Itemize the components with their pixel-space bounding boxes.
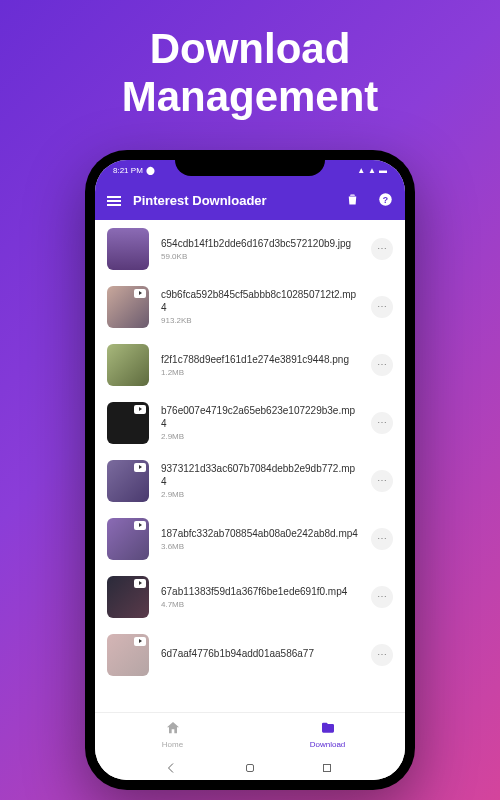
file-info: b76e007e4719c2a65eb623e107229b3e.mp42.9M… (161, 404, 359, 441)
file-size: 3.6MB (161, 542, 359, 551)
file-thumbnail (107, 576, 149, 618)
more-icon: ⋯ (377, 243, 387, 254)
file-item[interactable]: 9373121d33ac607b7084debb2e9db772.mp42.9M… (95, 452, 405, 510)
android-home[interactable] (243, 761, 257, 775)
file-item[interactable]: 6d7aaf4776b1b94add01aa586a77⋯ (95, 626, 405, 684)
more-icon: ⋯ (377, 649, 387, 660)
folder-icon (320, 720, 336, 739)
file-thumbnail (107, 286, 149, 328)
android-back[interactable] (166, 761, 180, 775)
file-size: 2.9MB (161, 432, 359, 441)
more-button[interactable]: ⋯ (371, 412, 393, 434)
file-thumbnail (107, 228, 149, 270)
more-icon: ⋯ (377, 475, 387, 486)
video-icon (134, 463, 146, 472)
file-info: 654cdb14f1b2dde6d167d3bc572120b9.jpg59.0… (161, 237, 359, 261)
signal-icon: ▲ (368, 166, 376, 175)
more-icon: ⋯ (377, 591, 387, 602)
hamburger-icon (107, 196, 121, 206)
help-button[interactable]: ? (378, 192, 393, 210)
phone-notch (175, 150, 325, 176)
file-name: 187abfc332ab708854ab08a0e242ab8d.mp4 (161, 527, 359, 540)
file-info: 6d7aaf4776b1b94add01aa586a77 (161, 647, 359, 662)
phone-screen: 8:21 PM ⬤ ▲ ▲ ▬ Pinterest Downloader ? 6… (95, 160, 405, 780)
file-name: c9b6fca592b845cf5abbb8c102850712t2.mp4 (161, 288, 359, 314)
phone-frame: 8:21 PM ⬤ ▲ ▲ ▬ Pinterest Downloader ? 6… (85, 150, 415, 790)
more-button[interactable]: ⋯ (371, 354, 393, 376)
file-name: 6d7aaf4776b1b94add01aa586a77 (161, 647, 359, 660)
android-recent[interactable] (320, 761, 334, 775)
file-item[interactable]: 187abfc332ab708854ab08a0e242ab8d.mp43.6M… (95, 510, 405, 568)
help-icon: ? (378, 192, 393, 207)
svg-text:?: ? (383, 194, 388, 204)
more-icon: ⋯ (377, 417, 387, 428)
file-thumbnail (107, 344, 149, 386)
nav-download[interactable]: Download (250, 713, 405, 756)
file-info: 67ab11383f59d1a367f6be1ede691f0.mp44.7MB (161, 585, 359, 609)
file-list[interactable]: 654cdb14f1b2dde6d167d3bc572120b9.jpg59.0… (95, 220, 405, 712)
file-name: f2f1c788d9eef161d1e274e3891c9448.png (161, 353, 359, 366)
svg-rect-3 (323, 764, 330, 771)
file-name: b76e007e4719c2a65eb623e107229b3e.mp4 (161, 404, 359, 430)
file-size: 2.9MB (161, 490, 359, 499)
file-thumbnail (107, 634, 149, 676)
more-button[interactable]: ⋯ (371, 644, 393, 666)
app-title: Pinterest Downloader (133, 193, 327, 208)
file-info: 187abfc332ab708854ab08a0e242ab8d.mp43.6M… (161, 527, 359, 551)
more-icon: ⋯ (377, 533, 387, 544)
more-icon: ⋯ (377, 359, 387, 370)
file-name: 67ab11383f59d1a367f6be1ede691f0.mp4 (161, 585, 359, 598)
android-nav (95, 756, 405, 780)
file-size: 913.2KB (161, 316, 359, 325)
video-icon (134, 289, 146, 298)
file-item[interactable]: f2f1c788d9eef161d1e274e3891c9448.png1.2M… (95, 336, 405, 394)
file-info: 9373121d33ac607b7084debb2e9db772.mp42.9M… (161, 462, 359, 499)
menu-button[interactable] (107, 196, 121, 206)
more-icon: ⋯ (377, 301, 387, 312)
file-name: 9373121d33ac607b7084debb2e9db772.mp4 (161, 462, 359, 488)
file-size: 1.2MB (161, 368, 359, 377)
promo-title: DownloadManagement (122, 25, 379, 122)
more-button[interactable]: ⋯ (371, 238, 393, 260)
file-size: 4.7MB (161, 600, 359, 609)
notification-icon: ⬤ (146, 166, 155, 175)
trash-icon (345, 192, 360, 207)
video-icon (134, 579, 146, 588)
file-thumbnail (107, 460, 149, 502)
file-item[interactable]: b76e007e4719c2a65eb623e107229b3e.mp42.9M… (95, 394, 405, 452)
bottom-nav: Home Download (95, 712, 405, 756)
more-button[interactable]: ⋯ (371, 296, 393, 318)
nav-home-label: Home (162, 740, 183, 749)
svg-rect-2 (246, 764, 253, 771)
nav-download-label: Download (310, 740, 346, 749)
file-size: 59.0KB (161, 252, 359, 261)
video-icon (134, 405, 146, 414)
file-item[interactable]: c9b6fca592b845cf5abbb8c102850712t2.mp491… (95, 278, 405, 336)
nav-home[interactable]: Home (95, 713, 250, 756)
file-thumbnail (107, 518, 149, 560)
file-item[interactable]: 654cdb14f1b2dde6d167d3bc572120b9.jpg59.0… (95, 220, 405, 278)
home-icon (165, 720, 181, 739)
app-header: Pinterest Downloader ? (95, 182, 405, 220)
file-info: f2f1c788d9eef161d1e274e3891c9448.png1.2M… (161, 353, 359, 377)
battery-icon: ▬ (379, 166, 387, 175)
video-icon (134, 521, 146, 530)
file-thumbnail (107, 402, 149, 444)
more-button[interactable]: ⋯ (371, 528, 393, 550)
video-icon (134, 637, 146, 646)
more-button[interactable]: ⋯ (371, 586, 393, 608)
file-info: c9b6fca592b845cf5abbb8c102850712t2.mp491… (161, 288, 359, 325)
file-name: 654cdb14f1b2dde6d167d3bc572120b9.jpg (161, 237, 359, 250)
delete-button[interactable] (345, 192, 360, 210)
file-item[interactable]: 67ab11383f59d1a367f6be1ede691f0.mp44.7MB… (95, 568, 405, 626)
wifi-icon: ▲ (357, 166, 365, 175)
status-time: 8:21 PM (113, 166, 143, 175)
more-button[interactable]: ⋯ (371, 470, 393, 492)
